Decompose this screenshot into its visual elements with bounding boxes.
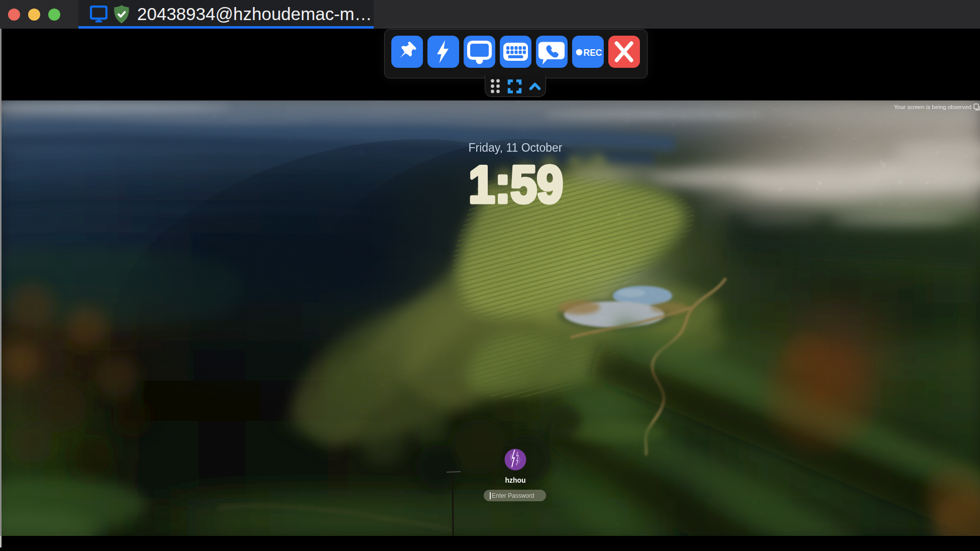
svg-text:REC: REC xyxy=(584,48,602,58)
svg-text:1:59: 1:59 xyxy=(469,156,563,213)
